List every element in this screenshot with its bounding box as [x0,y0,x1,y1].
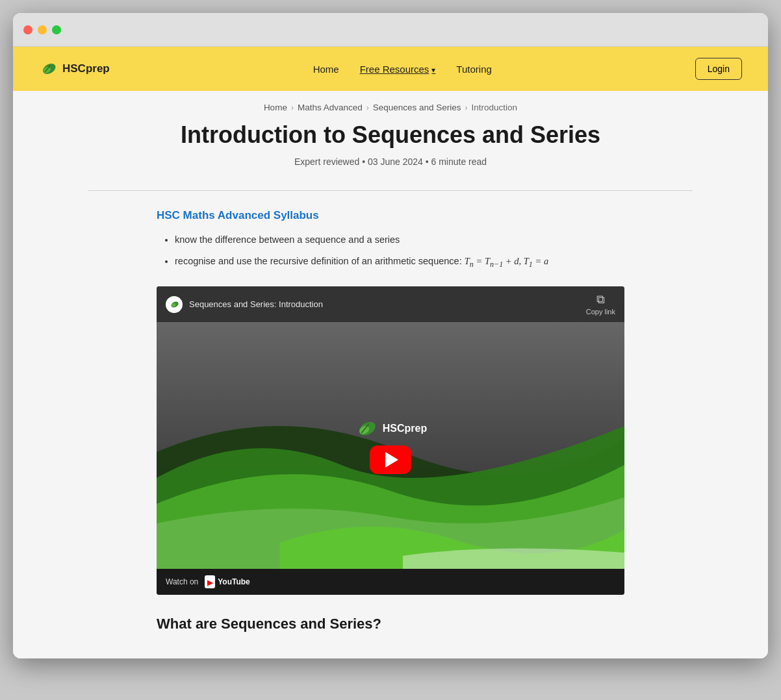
logo-text: HSCprep [62,62,110,75]
nav-tutoring[interactable]: Tutoring [456,64,491,75]
list-item-2: recognise and use the recursive definiti… [175,254,624,271]
article-title: Introduction to Sequences and Series [26,121,755,149]
nav-home[interactable]: Home [313,64,339,75]
video-play-center: HSCprep [354,417,427,474]
copy-icon: ⧉ [596,293,605,306]
breadcrumb-maths-advanced[interactable]: Maths Advanced [298,103,363,112]
article-body: HSC Maths Advanced Syllabus know the dif… [144,209,637,658]
minimize-button[interactable] [38,25,47,34]
youtube-play-button[interactable] [370,445,411,474]
article-meta: Expert reviewed • 03 June 2024 • 6 minut… [26,156,755,167]
close-button[interactable] [23,25,32,34]
video-embed: Sequences and Series: Introduction ⧉ Cop… [157,286,624,595]
list-item-1: know the difference between a sequence a… [175,232,624,247]
copy-link-button[interactable]: ⧉ Copy link [586,293,615,316]
channel-name: HSCprep [383,423,427,434]
video-topbar-left: Sequences and Series: Introduction [166,296,323,313]
breadcrumb-sep-3: › [465,103,468,112]
breadcrumb-sep-2: › [366,103,369,112]
breadcrumb: Home › Maths Advanced › Sequences and Se… [13,91,768,121]
video-channel-icon [166,296,183,313]
channel-leaf-icon [354,417,378,440]
site-logo[interactable]: HSCprep [39,60,110,78]
youtube-text: YouTube [218,577,250,586]
section-heading: What are Sequences and Series? [157,616,624,632]
video-title: Sequences and Series: Introduction [189,299,323,309]
breadcrumb-sequences-series[interactable]: Sequences and Series [373,103,461,112]
maximize-button[interactable] [52,25,61,34]
youtube-logo-rect: ▶ [205,575,215,588]
watch-on-text: Watch on [166,577,198,586]
navbar: HSCprep Home Free Resources Tutoring Log… [13,47,768,91]
breadcrumb-home[interactable]: Home [264,103,287,112]
breadcrumb-introduction: Introduction [472,103,518,112]
channel-logo-group: HSCprep [354,417,427,440]
nav-links: Home Free Resources Tutoring [313,64,492,75]
video-leaf-icon [169,299,179,310]
login-button[interactable]: Login [695,58,742,80]
nav-free-resources[interactable]: Free Resources [360,64,436,75]
leaf-icon [39,60,57,78]
play-triangle-icon [385,452,398,468]
traffic-lights [23,25,61,34]
video-thumbnail[interactable]: HSCprep [157,322,624,569]
syllabus-heading: HSC Maths Advanced Syllabus [157,209,624,222]
copy-link-label: Copy link [586,308,615,316]
syllabus-list: know the difference between a sequence a… [157,232,624,271]
browser-window: HSCprep Home Free Resources Tutoring Log… [13,13,768,658]
video-topbar: Sequences and Series: Introduction ⧉ Cop… [157,286,624,322]
youtube-logo[interactable]: ▶ YouTube [205,575,250,588]
header-divider [88,190,693,191]
page-content: Home › Maths Advanced › Sequences and Se… [13,91,768,658]
math-formula: Tn = Tn−1 + d, T1 = a [465,256,548,266]
chevron-down-icon [431,64,435,75]
breadcrumb-sep-1: › [291,103,294,112]
watch-bar: Watch on ▶ YouTube [157,569,624,595]
article-header: Introduction to Sequences and Series Exp… [13,121,768,180]
title-bar [13,13,768,47]
